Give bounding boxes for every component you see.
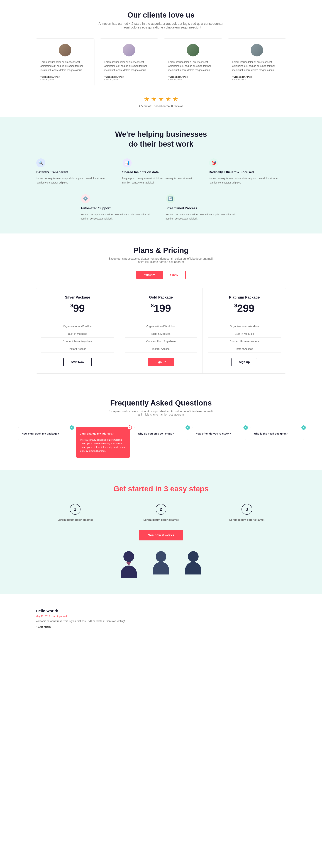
star-2: ★ xyxy=(151,95,157,103)
feature-title-bot-1: Streamlined Process xyxy=(166,207,242,210)
pkg-feature: Connect From Anywhere xyxy=(125,338,197,345)
feature-title-0: Instantly Transparent xyxy=(36,170,113,174)
pricing-section: Plans & Pricing Excepteur sint occaec cu… xyxy=(0,234,322,386)
faq-item-1[interactable]: − Can I change my address? There are man… xyxy=(76,427,130,458)
step-item-0: 1 Lorem ipsum dolor sit amet xyxy=(36,504,114,521)
clients-section: Our clients love us Aimotion has earned … xyxy=(0,0,322,117)
testimonial-avatar-3 xyxy=(251,44,263,57)
faq-item-0[interactable]: + How can I track my package? xyxy=(18,427,72,440)
feature-icon-1: 📊 xyxy=(122,158,132,168)
pricing-card-2: Platinum Package $299 Organisational Wor… xyxy=(203,288,286,373)
testimonial-name-3: TYRESE HARPER xyxy=(232,75,282,78)
step-text-0: Lorem ipsum dolor sit amet xyxy=(36,518,114,521)
feature-title-2: Radically Efficient & Focused xyxy=(209,170,286,174)
feature-desc-bot-0: Neque porro quisquam esiqui dolorm ipsum… xyxy=(80,212,156,221)
clients-title: Our clients love us xyxy=(36,11,286,19)
feature-item-bottom-1: 🔄 Streamlined Process Neque porro quisqu… xyxy=(166,194,242,221)
step-number-1: 2 xyxy=(156,504,166,515)
pkg-name-2: Platinum Package xyxy=(208,295,281,300)
feature-title-1: Shared Insights on data xyxy=(122,170,200,174)
testimonial-name-0: TYRESE HARPER xyxy=(40,75,90,78)
avatar-female-1 xyxy=(118,551,140,580)
blog-title: Hello world! xyxy=(36,609,286,613)
step-number-0: 1 xyxy=(70,504,80,515)
pkg-name-1: Gold Package xyxy=(125,295,197,300)
pkg-btn-2[interactable]: Sign Up xyxy=(231,358,257,366)
pkg-price-1: $199 xyxy=(125,303,197,313)
feature-desc-1: Neque porro quisquam esiqui dolorm ipsum… xyxy=(122,176,200,185)
pkg-features-1: Organisational WorkflowBuilt-in ModulesC… xyxy=(125,319,197,353)
steps-title-start: Get started in xyxy=(113,485,162,493)
features-section: We're helping businessesdo their best wo… xyxy=(0,117,322,233)
pricing-card-1: Gold Package $199 Organisational Workflo… xyxy=(119,288,203,373)
pkg-feature: Instant Access xyxy=(125,345,197,353)
faq-answer-1: There are many solutions of Lorem ipsum … xyxy=(80,438,127,453)
blog-category: Uncategorized xyxy=(52,615,67,618)
testimonial-text-1: Lorem ipsum dolor sit amet consect adipi… xyxy=(104,60,154,72)
testimonial-text-2: Lorem ipsum dolor sit amet consect adipi… xyxy=(168,60,218,72)
feature-icon-bot-0: ⚙️ xyxy=(80,194,90,204)
monthly-toggle[interactable]: Monthly xyxy=(136,271,162,279)
testimonial-card-1: Lorem ipsum dolor sit amet consect adipi… xyxy=(100,38,158,86)
faq-badge-4: + xyxy=(301,425,306,430)
pkg-feature: Instant Access xyxy=(208,345,281,353)
read-more-link[interactable]: READ MORE xyxy=(36,625,51,628)
avatars-row xyxy=(36,551,286,580)
pkg-feature: Built-in Modules xyxy=(41,330,114,338)
pricing-title: Plans & Pricing xyxy=(36,246,286,255)
feature-icon-0: 🔍 xyxy=(36,158,46,168)
feature-title-bot-0: Automated Support xyxy=(80,207,156,210)
testimonial-role-2: CTO, Bigacme xyxy=(168,78,218,81)
steps-section: Get started in 3 easy steps 1 Lorem ipsu… xyxy=(0,470,322,594)
faq-item-3[interactable]: + How often do you re-stock? xyxy=(192,427,246,440)
pricing-card-0: Silver Package $99 Organisational Workfl… xyxy=(36,288,119,373)
pkg-feature: Instant Access xyxy=(41,345,114,353)
faq-badge-3: + xyxy=(244,425,248,430)
feature-item-2: 🎯 Radically Efficient & Focused Neque po… xyxy=(209,158,286,185)
faq-question-2: Why do you only sell mugs? xyxy=(138,432,184,435)
rating-text: 4.5 out of 5 based on 2450 reviews xyxy=(36,105,286,108)
feature-item-1: 📊 Shared Insights on data Neque porro qu… xyxy=(122,158,200,185)
yearly-toggle[interactable]: Yearly xyxy=(162,271,186,279)
features-grid-top: 🔍 Instantly Transparent Neque porro quis… xyxy=(36,158,286,185)
blog-section: Hello world! May 17, 2018 | Uncategorize… xyxy=(0,594,322,638)
testimonial-card-0: Lorem ipsum dolor sit amet consect adipi… xyxy=(36,38,95,86)
testimonial-avatar-0 xyxy=(59,44,71,57)
testimonials-grid: Lorem ipsum dolor sit amet consect adipi… xyxy=(36,38,286,86)
see-how-button[interactable]: See how it works xyxy=(139,530,183,540)
testimonial-avatar-2 xyxy=(187,44,199,57)
testimonial-text-3: Lorem ipsum dolor sit amet consect adipi… xyxy=(232,60,282,72)
faq-item-2[interactable]: + Why do you only sell mugs? xyxy=(134,427,188,440)
faq-item-4[interactable]: + Who is the head designer? xyxy=(250,427,304,440)
step-number-2: 3 xyxy=(242,504,252,515)
testimonial-name-1: TYRESE HARPER xyxy=(104,75,154,78)
testimonial-card-2: Lorem ipsum dolor sit amet consect adipi… xyxy=(164,38,222,86)
pkg-price-0: $99 xyxy=(41,303,114,313)
step-text-2: Lorem ipsum dolor sit amet xyxy=(208,518,286,521)
feature-desc-0: Neque porro quisquam esiqui dolorm ipsum… xyxy=(36,176,113,185)
star-1: ★ xyxy=(144,95,149,103)
steps-title-highlight: 3 easy steps xyxy=(164,485,209,493)
faq-question-1: Can I change my address? xyxy=(80,432,127,435)
pkg-feature: Connect From Anywhere xyxy=(208,338,281,345)
feature-desc-2: Neque porro quisquam esiqui dolorm ipsum… xyxy=(209,176,286,185)
testimonial-avatar-1 xyxy=(123,44,135,57)
pkg-feature: Connect From Anywhere xyxy=(41,338,114,345)
step-item-2: 3 Lorem ipsum dolor sit amet xyxy=(208,504,286,521)
features-title: We're helping businessesdo their best wo… xyxy=(36,129,286,149)
pkg-feature: Built-in Modules xyxy=(125,330,197,338)
faq-badge-0: + xyxy=(70,425,74,430)
stars-row: ★ ★ ★ ★ ★ xyxy=(36,95,286,103)
pkg-btn-0[interactable]: Start Now xyxy=(63,358,92,366)
blog-post: Hello world! May 17, 2018 | Uncategorize… xyxy=(36,603,286,628)
feature-icon-2: 🎯 xyxy=(209,158,219,168)
clients-subtitle: Aimotion has earned 4.9 stars in the asp… xyxy=(98,22,224,29)
feature-item-bottom-0: ⚙️ Automated Support Neque porro quisqua… xyxy=(80,194,156,221)
pkg-feature: Organisational Workflow xyxy=(208,322,281,330)
pkg-btn-1[interactable]: Sign Up xyxy=(148,358,174,366)
star-4: ★ xyxy=(165,95,171,103)
faq-badge-2: + xyxy=(185,425,190,430)
avatar-male-1 xyxy=(150,551,172,580)
testimonial-role-0: CTO, Bigacme xyxy=(40,78,90,81)
faq-subtitle: Excepteur sint occaec cupidatat non proi… xyxy=(107,410,215,416)
